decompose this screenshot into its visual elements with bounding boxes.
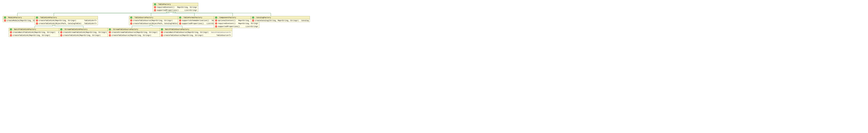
- method-row: m createCatalog(String, Map<String, Stri…: [251, 19, 310, 22]
- method-sig: requiredContext(): [157, 6, 175, 8]
- method-sig: supportsSchemaDerivation(): [182, 20, 209, 22]
- sub-icon: ▸: [39, 17, 39, 19]
- method-icon: m: [161, 34, 163, 36]
- interface-icon: I: [179, 17, 181, 19]
- class-name: StreamTableSourceFactory: [113, 29, 138, 30]
- class-name: BatchTableSinkFactory: [14, 29, 36, 30]
- method-sig: supportedProperties(): [218, 26, 240, 27]
- interface-icon: I: [60, 28, 62, 30]
- class-header: I ▸ CatalogFactory: [251, 16, 310, 19]
- method-icon: m: [179, 23, 181, 25]
- class-tablesinkfactory: I ▸ TableSinkFactory m createTableSink(M…: [35, 16, 98, 25]
- method-sig: createTableSink(Map<String, String>): [13, 34, 50, 36]
- class-body: m createTableSink(Map<String, String>) T…: [35, 19, 98, 25]
- method-sig: requiredContext(): [218, 23, 236, 25]
- class-name: ModuleFactory: [8, 17, 22, 19]
- method-icon: m: [10, 31, 12, 33]
- method-icon: m: [36, 23, 38, 25]
- method-ret: Catalog: [299, 20, 309, 22]
- sub-icon: ▸: [157, 4, 158, 5]
- method-sig: createTableSink(Map<String, String>): [39, 20, 76, 22]
- method-sig: createTableSource(Map<String, String>): [133, 20, 173, 22]
- sub-icon: ▸: [133, 17, 134, 19]
- sub-icon: ▸: [112, 29, 113, 30]
- method-icon: m: [60, 31, 62, 33]
- method-icon: m: [215, 25, 217, 27]
- method-icon: m: [36, 20, 38, 22]
- interface-icon: I: [36, 17, 38, 19]
- class-name: TableSourceFactory: [134, 17, 153, 19]
- method-icon: m: [215, 20, 217, 22]
- interface-icon: I: [130, 17, 132, 19]
- method-icon: m: [109, 34, 111, 36]
- method-icon: m: [60, 34, 62, 36]
- class-tablefactory: I ▸ TableFactory m requiredContext() Map…: [153, 3, 198, 12]
- class-name: TableFactory: [158, 3, 171, 5]
- interface-icon: I: [154, 3, 156, 5]
- method-sig: supportedProperties(): [182, 23, 204, 25]
- method-row: m createTableSink(Map<String, String>) T…: [35, 19, 98, 22]
- method-icon: m: [154, 6, 156, 8]
- sub-icon: ▸: [218, 17, 219, 19]
- method-icon: m: [154, 9, 156, 11]
- class-header: I ▸ TableFactory: [153, 3, 198, 6]
- method-sig: createStreamTableSink(Map<String, String…: [63, 31, 107, 33]
- method-icon: m: [109, 31, 111, 33]
- method-ret: Map<String, String>: [236, 23, 258, 25]
- method-row: m requiredContext() Map<String, String>: [153, 6, 198, 9]
- class-name: TableFormatFactory: [184, 17, 202, 19]
- method-icon: m: [161, 31, 163, 33]
- class-body: m createCatalog(String, Map<String, Stri…: [251, 19, 310, 22]
- method-sig: optionalContext(): [218, 20, 236, 22]
- sub-icon: ▸: [255, 17, 256, 19]
- method-sig: createTableSource(ObjectPath, CatalogTab…: [133, 23, 178, 25]
- class-name: TableSinkFactory: [40, 17, 57, 19]
- method-sig: createTableSink(ObjectPath, CatalogTable…: [39, 23, 82, 25]
- method-row: m requiredContext() Map<String, String>: [214, 22, 259, 25]
- class-batchtablesourcefactory: I ▸ BatchTableSourceFactory m createBatc…: [160, 28, 232, 37]
- interface-icon: I: [109, 28, 111, 30]
- class-body: m requiredContext() Map<String, String> …: [153, 6, 198, 12]
- interface-icon: I: [4, 17, 6, 19]
- sub-icon: ▸: [13, 29, 13, 30]
- interface-icon: I: [10, 28, 12, 30]
- method-ret: List<String>: [182, 9, 197, 11]
- method-sig: createBatchTableSink(Map<String, String>…: [13, 31, 55, 33]
- method-icon: m: [215, 23, 217, 25]
- method-ret: Map<String, String>: [175, 6, 197, 8]
- class-catalogfactory: I ▸ CatalogFactory m createCatalog(Strin…: [251, 16, 310, 22]
- sub-icon: ▸: [7, 17, 8, 19]
- sub-icon: ▸: [182, 17, 183, 19]
- class-body: m createBatchTableSource(Map<String, Str…: [160, 31, 232, 37]
- interface-icon: I: [215, 17, 217, 19]
- method-row: m createTableSource(Map<String, String>)…: [160, 34, 232, 37]
- class-name: ComponentFactory: [219, 17, 236, 19]
- method-ret: TableSink<T>: [82, 20, 97, 22]
- method-ret: BatchTableSource<T>: [209, 31, 231, 33]
- method-sig: createStreamTableSource(Map<String, Stri…: [112, 31, 157, 33]
- method-icon: m: [130, 20, 132, 22]
- method-row: m createTableSink(ObjectPath, CatalogTab…: [35, 22, 98, 25]
- sub-icon: ▸: [164, 29, 164, 30]
- method-sig: createCatalog(String, Map<String, String…: [255, 20, 299, 22]
- method-icon: m: [130, 23, 132, 25]
- method-row: m supportedProperties() List<String>: [153, 9, 198, 12]
- method-icon: m: [4, 20, 6, 22]
- method-sig: createTableSource(Map<String, String>): [112, 34, 151, 36]
- method-row: m createBatchTableSource(Map<String, Str…: [160, 31, 232, 34]
- method-sig: createTableSink(Map<String, String>): [63, 34, 100, 36]
- method-icon: m: [252, 20, 254, 22]
- method-sig: supportedProperties(): [157, 9, 179, 11]
- method-ret: TableSink<T>: [82, 23, 97, 25]
- class-name: CatalogFactory: [256, 17, 271, 19]
- class-header: I ▸ TableSinkFactory: [35, 16, 98, 19]
- interface-icon: I: [161, 28, 163, 30]
- class-header: I ▸ BatchTableSourceFactory: [160, 28, 232, 31]
- sub-icon: ▸: [63, 29, 64, 30]
- method-sig: createBatchTableSource(Map<String, Strin…: [164, 31, 209, 33]
- interface-icon: I: [252, 17, 254, 19]
- method-icon: m: [10, 34, 12, 36]
- method-row: m supportedProperties() List<String>: [214, 25, 259, 28]
- class-name: BatchTableSourceFactory: [165, 29, 189, 30]
- method-ret: TableSource<T>: [214, 34, 231, 36]
